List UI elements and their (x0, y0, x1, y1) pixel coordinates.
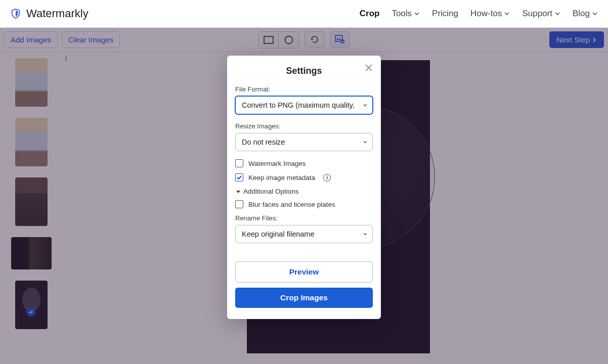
close-icon (364, 63, 374, 73)
additional-options-toggle[interactable]: Additional Options (235, 188, 373, 195)
chevron-down-icon (554, 11, 560, 17)
rename-select[interactable]: Keep original filename (235, 225, 373, 243)
watermark-label: Watermark Images (248, 160, 306, 167)
nav-support[interactable]: Support (522, 9, 560, 19)
metadata-label: Keep image metadata (248, 174, 315, 181)
resize-select[interactable]: Do not resize (235, 133, 373, 151)
header: Watermarkly Crop Tools Pricing How-tos S… (0, 0, 608, 28)
watermark-checkbox[interactable] (235, 159, 243, 167)
blur-checkbox-row: Blur faces and license plates (235, 200, 373, 208)
brand-name: Watermarkly (26, 7, 89, 20)
file-format-select-wrap: Convert to PNG (maximum quality, (235, 96, 373, 114)
nav-tools[interactable]: Tools (392, 9, 420, 19)
close-button[interactable] (364, 63, 374, 75)
resize-label: Resize Images: (235, 122, 373, 130)
chevron-down-icon (414, 11, 420, 17)
nav-support-label: Support (522, 9, 552, 19)
triangle-down-icon (235, 189, 241, 195)
nav-pricing[interactable]: Pricing (432, 9, 458, 19)
file-format-label: File Format: (235, 85, 373, 93)
preview-button[interactable]: Preview (235, 261, 373, 283)
chevron-down-icon (592, 11, 598, 17)
blur-label: Blur faces and license plates (248, 201, 335, 208)
blur-checkbox[interactable] (235, 200, 243, 208)
rename-select-wrap: Keep original filename (235, 225, 373, 243)
file-format-select[interactable]: Convert to PNG (maximum quality, (235, 96, 373, 114)
nav-blog[interactable]: Blog (573, 9, 598, 19)
main-nav: Crop Tools Pricing How-tos Support Blog (360, 9, 598, 19)
additional-options-label: Additional Options (243, 188, 299, 195)
crop-images-button[interactable]: Crop Images (235, 288, 373, 308)
nav-tools-label: Tools (392, 9, 412, 19)
info-icon[interactable]: i (323, 174, 331, 181)
nav-howtos[interactable]: How-tos (470, 9, 510, 19)
chevron-down-icon (504, 11, 510, 17)
modal-title: Settings (235, 66, 373, 76)
nav-blog-label: Blog (573, 9, 590, 19)
metadata-checkbox-row: Keep image metadata i (235, 173, 373, 181)
brand-wrap[interactable]: Watermarkly (10, 7, 89, 20)
watermark-checkbox-row: Watermark Images (235, 159, 373, 167)
metadata-checkbox[interactable] (235, 173, 243, 181)
nav-crop[interactable]: Crop (360, 9, 380, 19)
rename-label: Rename Files: (235, 214, 373, 222)
nav-howtos-label: How-tos (470, 9, 502, 19)
settings-modal: Settings File Format: Convert to PNG (ma… (227, 56, 381, 319)
resize-select-wrap: Do not resize (235, 133, 373, 151)
shield-icon (10, 8, 21, 19)
